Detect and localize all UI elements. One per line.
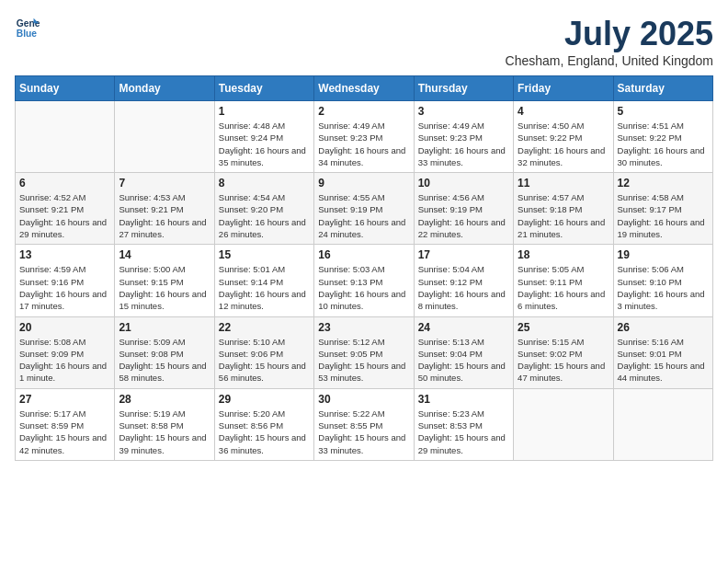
day-number: 6 xyxy=(19,177,110,190)
calendar-day-cell: 9Sunrise: 4:55 AM Sunset: 9:19 PM Daylig… xyxy=(314,173,414,245)
day-info: Sunrise: 5:00 AM Sunset: 9:15 PM Dayligh… xyxy=(119,263,210,312)
calendar-day-cell: 5Sunrise: 4:51 AM Sunset: 9:22 PM Daylig… xyxy=(613,101,712,173)
day-number: 9 xyxy=(318,177,409,190)
day-info: Sunrise: 5:12 AM Sunset: 9:05 PM Dayligh… xyxy=(318,336,409,385)
day-number: 8 xyxy=(219,177,310,190)
calendar-day-cell: 28Sunrise: 5:19 AM Sunset: 8:58 PM Dayli… xyxy=(115,388,214,460)
day-number: 10 xyxy=(418,177,509,190)
calendar-day-cell: 31Sunrise: 5:23 AM Sunset: 8:53 PM Dayli… xyxy=(414,388,513,460)
weekday-header-cell: Tuesday xyxy=(214,76,313,101)
weekday-header-cell: Monday xyxy=(115,76,214,101)
weekday-header-cell: Thursday xyxy=(414,76,513,101)
day-number: 7 xyxy=(119,177,210,190)
day-info: Sunrise: 5:15 AM Sunset: 9:02 PM Dayligh… xyxy=(518,336,609,385)
weekday-header-cell: Saturday xyxy=(613,76,712,101)
calendar-day-cell: 7Sunrise: 4:53 AM Sunset: 9:21 PM Daylig… xyxy=(115,173,214,245)
day-number: 3 xyxy=(418,105,509,118)
calendar-week-row: 27Sunrise: 5:17 AM Sunset: 8:59 PM Dayli… xyxy=(16,388,713,460)
day-info: Sunrise: 5:19 AM Sunset: 8:58 PM Dayligh… xyxy=(119,408,210,456)
day-info: Sunrise: 5:13 AM Sunset: 9:04 PM Dayligh… xyxy=(418,336,509,385)
day-info: Sunrise: 5:10 AM Sunset: 9:06 PM Dayligh… xyxy=(219,336,310,385)
calendar-week-row: 20Sunrise: 5:08 AM Sunset: 9:09 PM Dayli… xyxy=(16,316,713,388)
calendar-day-cell: 13Sunrise: 4:59 AM Sunset: 9:16 PM Dayli… xyxy=(16,245,115,316)
day-number: 24 xyxy=(418,321,509,334)
day-info: Sunrise: 4:49 AM Sunset: 9:23 PM Dayligh… xyxy=(318,120,409,168)
calendar-week-row: 13Sunrise: 4:59 AM Sunset: 9:16 PM Dayli… xyxy=(16,245,713,316)
day-number: 21 xyxy=(119,321,210,334)
day-info: Sunrise: 4:57 AM Sunset: 9:18 PM Dayligh… xyxy=(518,191,609,240)
calendar-day-cell xyxy=(613,388,712,460)
calendar-day-cell: 21Sunrise: 5:09 AM Sunset: 9:08 PM Dayli… xyxy=(115,316,214,388)
day-number: 12 xyxy=(618,177,709,190)
calendar-day-cell: 16Sunrise: 5:03 AM Sunset: 9:13 PM Dayli… xyxy=(314,245,414,316)
day-number: 18 xyxy=(518,248,609,261)
calendar-body: 1Sunrise: 4:48 AM Sunset: 9:24 PM Daylig… xyxy=(16,101,713,461)
day-info: Sunrise: 4:52 AM Sunset: 9:21 PM Dayligh… xyxy=(19,191,110,240)
month-title: July 2025 xyxy=(506,15,713,53)
calendar-week-row: 6Sunrise: 4:52 AM Sunset: 9:21 PM Daylig… xyxy=(16,173,713,245)
day-info: Sunrise: 4:49 AM Sunset: 9:23 PM Dayligh… xyxy=(418,120,509,168)
day-number: 14 xyxy=(119,248,210,261)
day-number: 4 xyxy=(518,105,609,118)
day-number: 2 xyxy=(318,105,409,118)
day-info: Sunrise: 4:59 AM Sunset: 9:16 PM Dayligh… xyxy=(19,263,110,312)
day-info: Sunrise: 5:06 AM Sunset: 9:10 PM Dayligh… xyxy=(618,263,709,312)
day-number: 29 xyxy=(219,393,310,406)
day-number: 31 xyxy=(418,393,509,406)
calendar-day-cell: 10Sunrise: 4:56 AM Sunset: 9:19 PM Dayli… xyxy=(414,173,513,245)
logo-icon: General Blue xyxy=(15,15,40,40)
day-number: 16 xyxy=(318,248,409,261)
page-header: General Blue July 2025 Chesham, England,… xyxy=(15,15,713,68)
calendar-week-row: 1Sunrise: 4:48 AM Sunset: 9:24 PM Daylig… xyxy=(16,101,713,173)
weekday-header-cell: Sunday xyxy=(16,76,115,101)
calendar-day-cell: 19Sunrise: 5:06 AM Sunset: 9:10 PM Dayli… xyxy=(613,245,712,316)
calendar-day-cell: 18Sunrise: 5:05 AM Sunset: 9:11 PM Dayli… xyxy=(514,245,613,316)
day-number: 28 xyxy=(119,393,210,406)
day-info: Sunrise: 4:48 AM Sunset: 9:24 PM Dayligh… xyxy=(219,120,310,168)
location: Chesham, England, United Kingdom xyxy=(506,53,713,68)
calendar-day-cell: 17Sunrise: 5:04 AM Sunset: 9:12 PM Dayli… xyxy=(414,245,513,316)
calendar-day-cell: 1Sunrise: 4:48 AM Sunset: 9:24 PM Daylig… xyxy=(214,101,313,173)
weekday-header-row: SundayMondayTuesdayWednesdayThursdayFrid… xyxy=(16,76,713,101)
day-number: 27 xyxy=(19,393,110,406)
day-info: Sunrise: 5:20 AM Sunset: 8:56 PM Dayligh… xyxy=(219,408,310,456)
calendar-day-cell: 12Sunrise: 4:58 AM Sunset: 9:17 PM Dayli… xyxy=(613,173,712,245)
day-info: Sunrise: 4:55 AM Sunset: 9:19 PM Dayligh… xyxy=(318,191,409,240)
calendar-day-cell: 2Sunrise: 4:49 AM Sunset: 9:23 PM Daylig… xyxy=(314,101,414,173)
weekday-header-cell: Friday xyxy=(514,76,613,101)
calendar-day-cell: 15Sunrise: 5:01 AM Sunset: 9:14 PM Dayli… xyxy=(214,245,313,316)
day-info: Sunrise: 5:23 AM Sunset: 8:53 PM Dayligh… xyxy=(418,408,509,456)
calendar-day-cell: 6Sunrise: 4:52 AM Sunset: 9:21 PM Daylig… xyxy=(16,173,115,245)
svg-text:General: General xyxy=(17,18,40,29)
calendar-day-cell: 23Sunrise: 5:12 AM Sunset: 9:05 PM Dayli… xyxy=(314,316,414,388)
calendar-day-cell: 27Sunrise: 5:17 AM Sunset: 8:59 PM Dayli… xyxy=(16,388,115,460)
day-info: Sunrise: 4:58 AM Sunset: 9:17 PM Dayligh… xyxy=(618,191,709,240)
weekday-header-cell: Wednesday xyxy=(314,76,414,101)
day-number: 19 xyxy=(618,248,709,261)
day-number: 25 xyxy=(518,321,609,334)
logo: General Blue xyxy=(15,15,40,40)
calendar-day-cell xyxy=(514,388,613,460)
calendar-day-cell: 20Sunrise: 5:08 AM Sunset: 9:09 PM Dayli… xyxy=(16,316,115,388)
day-info: Sunrise: 5:17 AM Sunset: 8:59 PM Dayligh… xyxy=(19,408,110,456)
day-info: Sunrise: 5:08 AM Sunset: 9:09 PM Dayligh… xyxy=(19,336,110,385)
day-info: Sunrise: 5:16 AM Sunset: 9:01 PM Dayligh… xyxy=(618,336,709,385)
calendar-day-cell: 25Sunrise: 5:15 AM Sunset: 9:02 PM Dayli… xyxy=(514,316,613,388)
day-info: Sunrise: 5:03 AM Sunset: 9:13 PM Dayligh… xyxy=(318,263,409,312)
svg-text:Blue: Blue xyxy=(17,29,38,39)
calendar-day-cell xyxy=(115,101,214,173)
day-number: 20 xyxy=(19,321,110,334)
day-number: 30 xyxy=(318,393,409,406)
calendar-day-cell: 14Sunrise: 5:00 AM Sunset: 9:15 PM Dayli… xyxy=(115,245,214,316)
calendar-day-cell: 26Sunrise: 5:16 AM Sunset: 9:01 PM Dayli… xyxy=(613,316,712,388)
calendar-day-cell: 3Sunrise: 4:49 AM Sunset: 9:23 PM Daylig… xyxy=(414,101,513,173)
day-info: Sunrise: 4:51 AM Sunset: 9:22 PM Dayligh… xyxy=(618,120,709,168)
calendar-day-cell xyxy=(16,101,115,173)
day-number: 23 xyxy=(318,321,409,334)
day-info: Sunrise: 5:05 AM Sunset: 9:11 PM Dayligh… xyxy=(518,263,609,312)
day-info: Sunrise: 4:54 AM Sunset: 9:20 PM Dayligh… xyxy=(219,191,310,240)
day-info: Sunrise: 4:53 AM Sunset: 9:21 PM Dayligh… xyxy=(119,191,210,240)
day-info: Sunrise: 4:56 AM Sunset: 9:19 PM Dayligh… xyxy=(418,191,509,240)
calendar-day-cell: 29Sunrise: 5:20 AM Sunset: 8:56 PM Dayli… xyxy=(214,388,313,460)
day-number: 15 xyxy=(219,248,310,261)
